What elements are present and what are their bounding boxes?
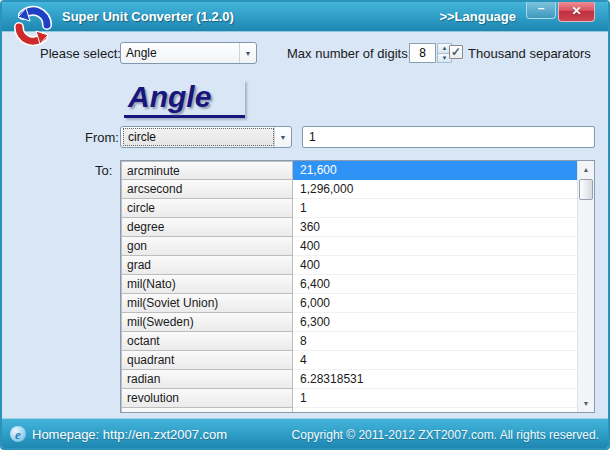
to-row[interactable]: gon400	[121, 237, 577, 256]
to-row[interactable]: arcminute21,600	[121, 161, 577, 180]
to-table-rows: arcminute21,600arcsecond1,296,000circle1…	[121, 161, 577, 412]
to-row-unit: revolution	[121, 389, 293, 408]
to-row-value: 6,400	[293, 275, 577, 294]
chevron-down-icon: ▼	[274, 127, 291, 147]
to-row-unit: gon	[121, 237, 293, 256]
to-row[interactable]: revolution1	[121, 389, 577, 408]
from-unit-dropdown-value: circle	[123, 128, 274, 146]
language-link[interactable]: >>Language	[439, 9, 516, 24]
to-row[interactable]: quadrant4	[121, 351, 577, 370]
to-row-unit: mil(Soviet Union)	[121, 294, 293, 313]
to-row-value: 1,296,000	[293, 180, 577, 199]
category-dropdown[interactable]: Angle ▼	[120, 42, 257, 64]
titlebar: Super Unit Converter (1.2.0) >>Language …	[2, 2, 608, 32]
scrollbar-thumb[interactable]	[579, 179, 593, 200]
scroll-up-icon[interactable]: ▲	[578, 161, 594, 178]
to-row[interactable]: grad400	[121, 256, 577, 275]
to-row-unit: octant	[121, 332, 293, 351]
to-row-value: 360	[293, 218, 577, 237]
to-row-value: 400	[293, 256, 577, 275]
to-row[interactable]: circle1	[121, 199, 577, 218]
to-row-value: 400	[293, 237, 577, 256]
chevron-down-icon: ▼	[239, 43, 256, 63]
to-row-unit: degree	[121, 218, 293, 237]
category-dropdown-value: Angle	[121, 46, 239, 60]
to-row-unit: arcminute	[121, 161, 293, 180]
to-row[interactable]: arcsecond1,296,000	[121, 180, 577, 199]
to-row-unit: quadrant	[121, 351, 293, 370]
to-row-value: 8	[293, 332, 577, 351]
app-logo-sync-arrows-icon	[10, 3, 56, 49]
max-digits-label: Max number of digits:	[287, 46, 411, 61]
copyright-text: Copyright © 2011-2012 ZXT2007.com. All r…	[292, 428, 599, 442]
minimize-icon: –	[538, 1, 545, 15]
vertical-scrollbar[interactable]: ▲ ▼	[577, 161, 594, 412]
to-row-value: 1	[293, 199, 577, 218]
window-title: Super Unit Converter (1.2.0)	[62, 9, 234, 24]
minimize-button[interactable]: –	[526, 2, 556, 19]
to-row-value: 6,000	[293, 294, 577, 313]
to-row[interactable]: mil(Soviet Union)6,000	[121, 294, 577, 313]
to-row[interactable]: degree360	[121, 218, 577, 237]
from-value-input[interactable]	[302, 126, 595, 148]
to-row-unit: circle	[121, 199, 293, 218]
to-row-unit: mil(Sweden)	[121, 313, 293, 332]
to-row-unit: mil(Nato)	[121, 275, 293, 294]
app-window: Super Unit Converter (1.2.0) >>Language …	[0, 0, 610, 450]
to-row[interactable]: radian6.28318531	[121, 370, 577, 389]
to-row-unit: arcsecond	[121, 180, 293, 199]
max-digits-input[interactable]	[409, 43, 436, 63]
to-row[interactable]: octant8	[121, 332, 577, 351]
status-bar: e Homepage: http://en.zxt2007.com Copyri…	[2, 418, 608, 448]
to-row-partial	[121, 408, 577, 412]
close-icon: ✕	[571, 4, 581, 18]
to-row[interactable]: mil(Sweden)6,300	[121, 313, 577, 332]
to-label: To:	[95, 163, 112, 178]
scroll-down-icon[interactable]: ▼	[578, 395, 594, 412]
thousand-separators-checkbox[interactable]: ✓	[449, 45, 463, 59]
thousand-separators-label: Thousand separators	[468, 46, 591, 61]
to-row-value: 6,300	[293, 313, 577, 332]
from-unit-dropdown[interactable]: circle ▼	[120, 126, 292, 148]
check-icon: ✓	[451, 46, 461, 58]
close-button[interactable]: ✕	[558, 2, 595, 22]
to-row-value: 6.28318531	[293, 370, 577, 389]
to-row-unit: grad	[121, 256, 293, 275]
to-results-table: arcminute21,600arcsecond1,296,000circle1…	[120, 160, 595, 413]
to-row-value: 4	[293, 351, 577, 370]
homepage-link[interactable]: Homepage: http://en.zxt2007.com	[32, 427, 227, 442]
to-row-value: 21,600	[293, 161, 577, 180]
category-heading: Angle	[124, 80, 245, 118]
to-row[interactable]: mil(Nato)6,400	[121, 275, 577, 294]
from-label: From:	[85, 130, 119, 145]
browser-icon: e	[10, 426, 26, 442]
to-row-unit: radian	[121, 370, 293, 389]
to-row-value: 1	[293, 389, 577, 408]
